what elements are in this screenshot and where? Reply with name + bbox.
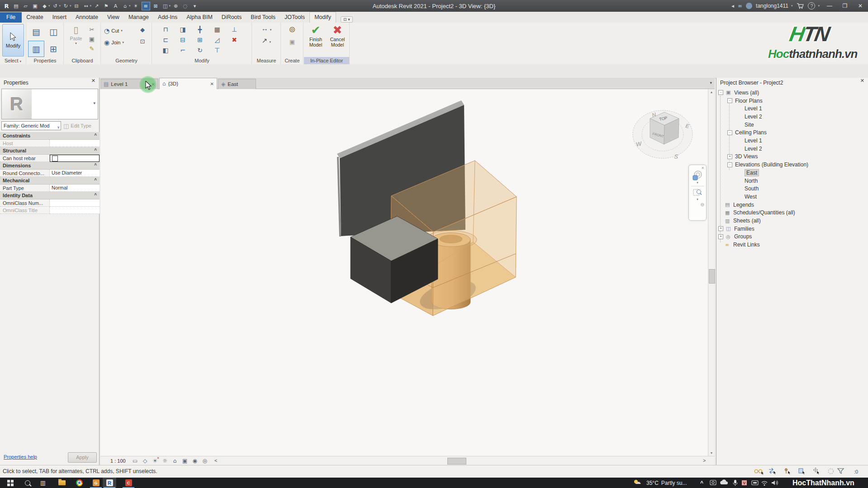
menu-tab-bird-tools[interactable]: Bird Tools — [246, 12, 280, 23]
menu-tab-manage[interactable]: Manage — [124, 12, 153, 23]
menu-tab-insert[interactable]: Insert — [48, 12, 71, 23]
sun-path-icon[interactable]: ☀✕ — [152, 457, 159, 464]
panel-label-properties[interactable]: Properties — [27, 57, 63, 64]
temporary-hide-isolate-icon[interactable]: ◎ — [201, 457, 209, 464]
tree-item-floor-plans[interactable]: -Floor Plans — [716, 97, 868, 105]
property-value[interactable] — [50, 140, 100, 147]
collapse-section-icon[interactable]: ^ — [94, 162, 97, 169]
tree-item-north[interactable]: North — [716, 177, 868, 185]
copy-icon[interactable]: ⊞ — [197, 36, 203, 43]
restore-button[interactable]: ❐ — [839, 3, 851, 9]
select-links-icon[interactable] — [769, 468, 776, 474]
panel-label-in-place-editor[interactable]: In-Place Editor — [304, 57, 349, 64]
tree-item-elevations-building-elevation[interactable]: -Elevations (Building Elevation) — [716, 161, 868, 169]
selection-filter-icon[interactable] — [838, 469, 844, 474]
apply-button[interactable]: Apply — [68, 452, 97, 463]
collapse-arrow-icon[interactable]: ◂ — [731, 3, 734, 9]
collapse-icon[interactable]: - — [727, 162, 732, 167]
visual-style-icon[interactable]: ◇ — [142, 457, 149, 464]
switch-windows-icon[interactable]: ◫ — [161, 2, 169, 10]
close-tab-icon[interactable]: ✕ — [210, 81, 214, 86]
delete-icon[interactable]: ✖ — [232, 36, 237, 43]
tree-item-level-2[interactable]: Level 2 — [716, 145, 868, 153]
paste-button[interactable]: ▯ Paste ▾ — [67, 24, 85, 56]
thin-lines-icon[interactable]: ≡ — [142, 2, 150, 10]
signed-in-user[interactable]: tanglong1411 — [756, 3, 788, 9]
scroll-left-icon[interactable]: < — [214, 458, 217, 463]
family-selector[interactable]: Family: Generic Mod ∨ — [1, 121, 61, 130]
navigation-bar[interactable]: ✕ ▾ ▾ ⊖ — [688, 165, 707, 221]
drawing-area[interactable]: N E W S TOP FRONT ✕ ▾ ▾ ⊖ — [100, 89, 708, 456]
match-properties-icon[interactable]: ✎ — [88, 44, 96, 52]
wheel-dropdown-icon[interactable]: ▾ — [697, 181, 698, 185]
v-app-icon[interactable]: V — [742, 480, 747, 485]
select-underlay-icon[interactable] — [799, 469, 805, 474]
weather-temp[interactable]: 35°C — [646, 480, 659, 486]
menu-tab-annotate[interactable]: Annotate — [71, 12, 103, 23]
cut-geometry-button[interactable]: ◔ Cut▾ — [104, 27, 123, 34]
zoom-dropdown-icon[interactable]: ▾ — [697, 198, 698, 201]
tree-item-legends[interactable]: ▤Legends — [716, 201, 868, 209]
offset-icon[interactable]: ⊏ — [163, 36, 168, 43]
menu-tab-add-ins[interactable]: Add-Ins — [153, 12, 182, 23]
cancel-model-button[interactable]: ✖ Cancel Model — [327, 24, 348, 57]
tree-item-schedules-quantities-all[interactable]: ▦Schedules/Quantities (all) — [716, 209, 868, 217]
create-group-icon[interactable]: ⊚ — [289, 24, 295, 34]
tag-by-category-icon[interactable]: ⚑ — [102, 2, 110, 10]
tree-item-east[interactable]: East — [716, 169, 868, 177]
menu-tab-alpha-bim[interactable]: Alpha BIM — [182, 12, 217, 23]
tree-item-level-2[interactable]: Level 2 — [716, 113, 868, 121]
property-value[interactable] — [50, 199, 100, 207]
panel-label-select[interactable]: Select ▾ — [0, 57, 26, 64]
detail-level-icon[interactable]: ▭ — [132, 457, 139, 464]
create-similar-icon[interactable]: ▣ — [289, 38, 295, 45]
wifi-icon[interactable] — [762, 481, 767, 486]
shadows-icon[interactable]: ☼ — [161, 457, 169, 464]
measure-button[interactable]: ↔ ▾ — [261, 24, 272, 32]
measure-icon[interactable]: ↔ — [82, 2, 90, 10]
open-file-icon[interactable]: ▱ — [22, 2, 29, 10]
measure-dropdown-icon[interactable]: ▾ — [90, 4, 92, 8]
weather-desc[interactable]: Partly su... — [661, 480, 687, 486]
section-constraints[interactable]: Constraints^ — [0, 132, 100, 140]
search-icon[interactable]: ∞ — [738, 3, 742, 9]
section-structural[interactable]: Structural^ — [0, 147, 100, 155]
app-g-button[interactable]: G — [89, 478, 103, 488]
tree-item-south[interactable]: South — [716, 185, 868, 193]
join-geometry-button[interactable]: ◉ Join▾ — [104, 39, 124, 46]
redo-dropdown-icon[interactable]: ▾ — [70, 4, 71, 8]
rotate-icon[interactable]: ↻ — [197, 47, 203, 54]
align-icon[interactable]: ⊓ — [163, 26, 168, 33]
volume-icon[interactable] — [772, 481, 778, 485]
navbar-close-icon[interactable]: ✕ — [701, 166, 704, 170]
crop-view-icon[interactable]: ⌂ — [171, 457, 179, 464]
properties-palette-icon[interactable]: ▤ — [28, 24, 44, 40]
screen-record-icon[interactable] — [710, 480, 716, 485]
expand-icon[interactable]: + — [727, 154, 732, 159]
weather-icon[interactable]: ☁ — [634, 480, 641, 486]
menu-tab-diroots[interactable]: DiRoots — [217, 12, 246, 23]
zoom-tool-icon[interactable] — [693, 188, 702, 198]
type-properties-icon[interactable]: ⊞ — [45, 41, 62, 57]
section-identity-data[interactable]: Identity Data^ — [0, 192, 100, 199]
collapse-section-icon[interactable]: ^ — [94, 147, 97, 154]
menu-tab-modify[interactable]: Modify — [309, 12, 336, 23]
menu-tab-view[interactable]: View — [103, 12, 124, 23]
section-mechanical[interactable]: Mechanical^ — [0, 177, 100, 185]
cart-icon[interactable] — [797, 3, 804, 9]
selection-box-icon[interactable]: ◌ — [181, 2, 189, 10]
3d-canvas[interactable]: N E W S TOP FRONT — [100, 89, 708, 456]
save-icon[interactable]: ▣ — [31, 2, 39, 10]
family-dropdown-icon[interactable]: ∨ — [57, 123, 60, 130]
pin-toggle-icon[interactable] — [785, 469, 791, 474]
type-selector[interactable]: R ▾ — [1, 89, 98, 119]
tray-expand-icon[interactable]: ^ — [700, 480, 703, 486]
mirror-line-icon[interactable]: ◨ — [180, 26, 185, 33]
modify-tool-icon[interactable]: ⊕ — [172, 2, 180, 10]
scroll-right-icon[interactable]: > — [703, 458, 706, 463]
tree-item-families[interactable]: +◫Families — [716, 225, 868, 233]
vertical-scrollbar[interactable]: ▲ ▼ — [708, 89, 715, 456]
app-c-button[interactable]: C — [122, 478, 135, 488]
tree-item-3d-views[interactable]: +3D Views — [716, 153, 868, 161]
redo-icon[interactable]: ↻ — [62, 2, 70, 10]
